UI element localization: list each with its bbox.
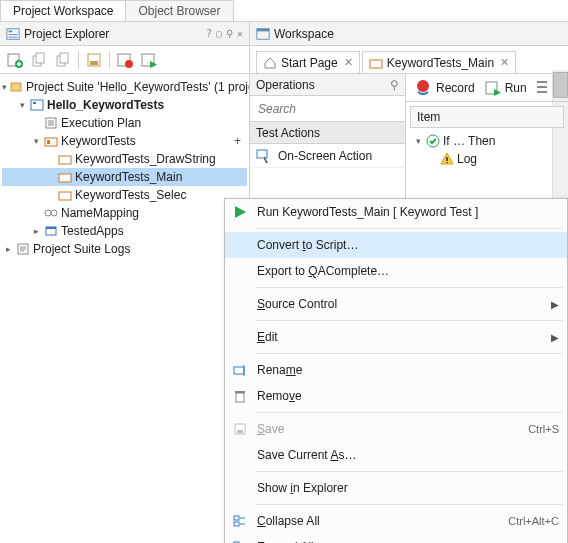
- tab-start-page[interactable]: Start Page ✕: [256, 51, 360, 73]
- operation-onscreen-action[interactable]: On-Screen Action: [250, 144, 405, 168]
- kt-item-icon: [369, 56, 383, 70]
- tree-label: KeywordTests_DrawString: [75, 150, 216, 168]
- operations-search-row: [250, 96, 405, 122]
- item-label: If … Then: [443, 132, 495, 150]
- expand-icon[interactable]: ▾: [30, 135, 42, 147]
- pin-button[interactable]: ⚲: [226, 28, 233, 39]
- help-button[interactable]: ?: [206, 28, 212, 39]
- ctx-label: Save: [257, 422, 528, 436]
- ctx-source-control[interactable]: Source Control ▶: [225, 291, 567, 317]
- close-button[interactable]: ✕: [237, 28, 243, 39]
- tab-object-browser[interactable]: Object Browser: [125, 0, 233, 21]
- tree-project-row[interactable]: ▾Hello_KeywordTests: [2, 96, 247, 114]
- submenu-arrow-icon: ▶: [551, 332, 559, 343]
- ctx-collapse-all[interactable]: Collapse All Ctrl+Alt+C: [225, 508, 567, 534]
- expand-icon[interactable]: ▸: [2, 243, 14, 255]
- button-label: Record: [436, 81, 475, 95]
- tree-kt-draw-row[interactable]: KeywordTests_DrawString: [2, 150, 247, 168]
- testedapps-icon: [44, 224, 58, 238]
- workspace-icon: [256, 27, 270, 41]
- run-icon: [485, 80, 501, 96]
- submenu-arrow-icon: ▶: [551, 299, 559, 310]
- close-icon[interactable]: ✕: [500, 56, 509, 69]
- tree-label: Project Suite Logs: [33, 240, 130, 258]
- tab-kt-main[interactable]: KeywordTests_Main ✕: [362, 51, 516, 73]
- tab-project-workspace[interactable]: Project Workspace: [0, 0, 126, 21]
- tree-kt-main-row[interactable]: KeywordTests_Main: [2, 168, 247, 186]
- svg-rect-11: [60, 53, 68, 63]
- project-tree[interactable]: ▾Project Suite 'Hello_KeywordTests' (1 p…: [0, 74, 249, 262]
- run-button[interactable]: [138, 49, 160, 71]
- operations-category[interactable]: Test Actions: [250, 122, 405, 144]
- suite-icon: [9, 80, 23, 94]
- ctx-label: Convert to Script…: [257, 238, 559, 252]
- new-item-button[interactable]: [4, 49, 26, 71]
- expand-icon[interactable]: ▸: [30, 225, 42, 237]
- item-label: Log: [457, 150, 477, 168]
- separator: [255, 228, 563, 229]
- record-button[interactable]: Record: [414, 79, 475, 97]
- context-menu: Run KeywordTests_Main [ Keyword Test ] C…: [224, 198, 568, 543]
- svg-rect-43: [537, 91, 547, 93]
- copy2-button[interactable]: [52, 49, 74, 71]
- expand-icon[interactable]: ▾: [2, 81, 7, 93]
- menu-icon[interactable]: [537, 77, 547, 99]
- ctx-expand-all[interactable]: Expand All Ctrl+Alt+A: [225, 534, 567, 543]
- tree-testedapps-row[interactable]: ▸TestedApps: [2, 222, 247, 240]
- tree-logs-row[interactable]: ▸Project Suite Logs: [2, 240, 247, 258]
- category-label: Test Actions: [256, 126, 320, 140]
- item-log-row[interactable]: Log: [412, 150, 562, 168]
- svg-point-38: [417, 80, 429, 92]
- tree-keywordtests-row[interactable]: ▾KeywordTests+: [2, 132, 247, 150]
- expand-icon[interactable]: ▾: [16, 99, 28, 111]
- ctx-show-in-explorer[interactable]: Show in Explorer: [225, 475, 567, 501]
- svg-rect-42: [537, 86, 547, 88]
- tree-label: NameMapping: [61, 204, 139, 222]
- save-button[interactable]: [83, 49, 105, 71]
- ctx-edit[interactable]: Edit ▶: [225, 324, 567, 350]
- ctx-run[interactable]: Run KeywordTests_Main [ Keyword Test ]: [225, 199, 567, 225]
- ctx-save-as[interactable]: Save Current As…: [225, 442, 567, 468]
- svg-rect-22: [45, 138, 57, 146]
- tree-label: KeywordTests_Selec: [75, 186, 186, 204]
- svg-rect-54: [234, 516, 239, 520]
- ctx-export-qacomplete[interactable]: Export to QAComplete…: [225, 258, 567, 284]
- tree-execution-plan-row[interactable]: Execution Plan: [2, 114, 247, 132]
- svg-rect-2: [9, 34, 18, 35]
- run-button[interactable]: Run: [485, 80, 527, 96]
- item-column-header[interactable]: Item: [410, 106, 564, 128]
- copy-button[interactable]: [28, 49, 50, 71]
- svg-rect-9: [36, 53, 44, 63]
- record-button[interactable]: [114, 49, 136, 71]
- svg-rect-23: [47, 140, 50, 144]
- svg-rect-45: [446, 157, 448, 161]
- expand-icon[interactable]: ▾: [412, 135, 424, 147]
- project-icon: [30, 98, 44, 112]
- dock-button[interactable]: ▢: [216, 28, 222, 39]
- svg-rect-34: [370, 60, 382, 68]
- tree-suite-row[interactable]: ▾Project Suite 'Hello_KeywordTests' (1 p…: [2, 78, 247, 96]
- ctx-remove[interactable]: Remove: [225, 383, 567, 409]
- pin-icon[interactable]: ⚲: [390, 78, 399, 92]
- workspace-tabs: Start Page ✕ KeywordTests_Main ✕: [250, 46, 568, 74]
- tree-kt-select-row[interactable]: KeywordTests_Selec: [2, 186, 247, 204]
- ctx-label: Remove: [257, 389, 559, 403]
- add-icon[interactable]: +: [234, 132, 241, 150]
- svg-rect-48: [234, 367, 244, 374]
- ctx-shortcut: Ctrl+S: [528, 423, 559, 435]
- item-ifthen-row[interactable]: ▾If … Then: [412, 132, 562, 150]
- warning-icon: [440, 152, 454, 166]
- tree-label: KeywordTests: [61, 132, 136, 150]
- tree-namemapping-row[interactable]: NameMapping: [2, 204, 247, 222]
- app-top-tabs: Project Workspace Object Browser: [0, 0, 568, 22]
- project-explorer-pane: Project Explorer ? ▢ ⚲ ✕ ▾Project Suite …: [0, 22, 250, 543]
- close-icon[interactable]: ✕: [344, 56, 353, 69]
- search-input[interactable]: [256, 101, 406, 117]
- ctx-rename[interactable]: Rename: [225, 357, 567, 383]
- tree-label: TestedApps: [61, 222, 124, 240]
- svg-rect-20: [33, 102, 36, 104]
- item-tree[interactable]: ▾If … Then Log: [406, 132, 568, 168]
- operations-title: Operations: [256, 78, 315, 92]
- ctx-label: Save Current As…: [257, 448, 559, 462]
- ctx-convert-to-script[interactable]: Convert to Script…: [225, 232, 567, 258]
